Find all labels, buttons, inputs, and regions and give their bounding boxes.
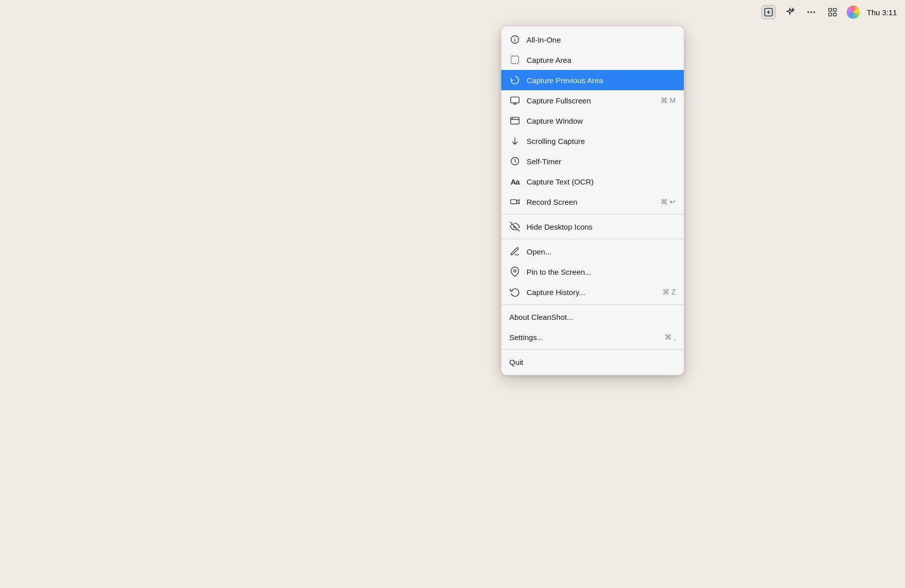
menu-item-capture-text-ocr[interactable]: Aa Capture Text (OCR) (501, 171, 684, 192)
menu-item-open[interactable]: Open... (501, 241, 684, 262)
pencil-icon (509, 246, 520, 257)
history-icon (509, 286, 520, 298)
menu-item-quit[interactable]: Quit (501, 352, 684, 372)
cleanshot-menubar-icon[interactable] (761, 5, 776, 19)
dashed-rect-icon (509, 54, 520, 65)
svg-point-22 (514, 270, 516, 272)
dropdown-menu: All-In-One Capture Area Capture Previous… (501, 26, 684, 375)
divider-2 (501, 239, 684, 239)
svg-rect-11 (511, 56, 519, 64)
pin-icon (509, 266, 520, 277)
video-camera-icon (509, 196, 520, 207)
svg-rect-12 (511, 97, 519, 103)
menu-item-self-timer[interactable]: Self-Timer (501, 151, 684, 171)
menu-item-open-label: Open... (527, 247, 676, 256)
text-aa-icon: Aa (509, 176, 520, 187)
menu-item-settings-shortcut: ⌘ , (665, 333, 676, 341)
menu-item-capture-area[interactable]: Capture Area (501, 50, 684, 70)
eye-slash-icon (509, 221, 520, 232)
menu-item-hide-desktop-icons[interactable]: Hide Desktop Icons (501, 216, 684, 237)
menu-item-self-timer-label: Self-Timer (527, 157, 676, 166)
clock-icon (509, 156, 520, 167)
window-icon (509, 115, 520, 126)
menu-item-record-screen[interactable]: Record Screen ⌘ ↩ (501, 192, 684, 212)
menu-item-capture-previous-area-label: Capture Previous Area (527, 76, 676, 85)
svg-point-10 (515, 38, 515, 38)
menu-item-all-in-one-label: All-In-One (527, 35, 676, 44)
menu-item-quit-label: Quit (509, 358, 676, 366)
menu-item-record-screen-label: Record Screen (527, 198, 654, 206)
svg-point-2 (810, 11, 812, 13)
siri-icon[interactable] (847, 6, 860, 19)
menu-item-capture-fullscreen[interactable]: Capture Fullscreen ⌘ M (501, 90, 684, 111)
menu-item-about[interactable]: About CleanShot... (501, 307, 684, 327)
divider-3 (501, 304, 684, 305)
menu-item-about-label: About CleanShot... (509, 313, 676, 321)
divider-1 (501, 214, 684, 214)
svg-rect-7 (833, 13, 836, 16)
menu-item-pin-to-screen[interactable]: Pin to the Screen... (501, 262, 684, 282)
menu-item-capture-history[interactable]: Capture History... ⌘ Z (501, 282, 684, 302)
menu-item-pin-to-screen-label: Pin to the Screen... (527, 268, 676, 276)
menubar-time: Thu 3:11 (867, 8, 897, 17)
svg-point-3 (813, 11, 815, 13)
menubar: Thu 3:11 (702, 0, 905, 24)
menu-item-capture-fullscreen-label: Capture Fullscreen (527, 96, 654, 105)
menu-item-capture-window[interactable]: Capture Window (501, 111, 684, 131)
menu-item-capture-area-label: Capture Area (527, 56, 676, 64)
arrow-down-icon (509, 135, 520, 146)
menu-item-scrolling-capture-label: Scrolling Capture (527, 137, 676, 145)
svg-point-1 (807, 11, 809, 13)
menu-item-hide-desktop-icons-label: Hide Desktop Icons (527, 223, 676, 231)
refresh-area-icon (509, 75, 520, 86)
menu-item-capture-window-label: Capture Window (527, 117, 676, 125)
svg-rect-4 (828, 9, 831, 12)
svg-rect-5 (833, 9, 836, 12)
menu-item-capture-fullscreen-shortcut: ⌘ M (660, 96, 676, 104)
svg-rect-20 (511, 200, 517, 204)
menu-item-settings[interactable]: Settings... ⌘ , (501, 327, 684, 347)
menu-item-capture-history-label: Capture History... (527, 288, 656, 297)
more-menubar-icon[interactable] (804, 5, 818, 19)
menu-item-capture-history-shortcut: ⌘ Z (663, 288, 676, 296)
control-center-menubar-icon[interactable] (825, 5, 840, 19)
menu-item-capture-text-ocr-label: Capture Text (OCR) (527, 177, 676, 186)
menu-item-capture-previous-area[interactable]: Capture Previous Area (501, 70, 684, 90)
sparkle-menubar-icon[interactable] (783, 5, 797, 19)
menu-item-record-screen-shortcut: ⌘ ↩ (660, 198, 676, 206)
svg-rect-6 (828, 13, 831, 16)
menu-item-all-in-one[interactable]: All-In-One (501, 29, 684, 50)
monitor-icon (509, 95, 520, 106)
info-circle-icon (509, 34, 520, 45)
menu-item-scrolling-capture[interactable]: Scrolling Capture (501, 131, 684, 151)
divider-4 (501, 349, 684, 350)
menu-item-settings-label: Settings... (509, 333, 658, 342)
